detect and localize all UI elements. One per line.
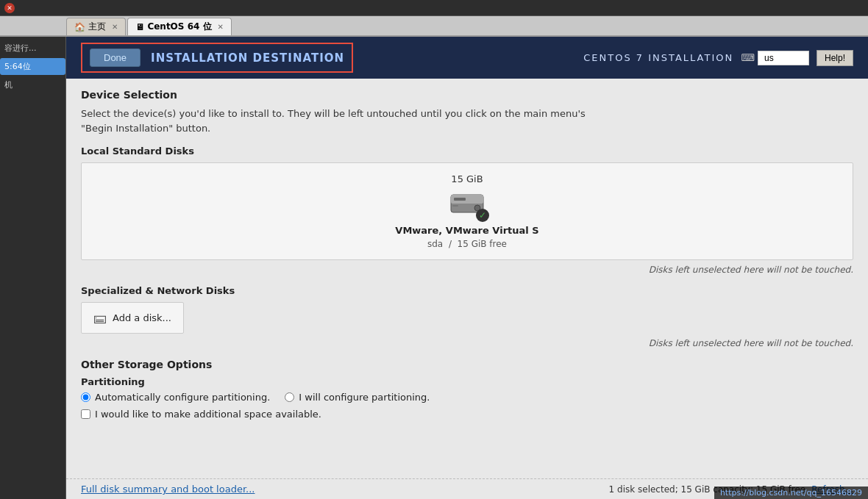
keyboard-input[interactable] xyxy=(758,51,809,65)
disk-size: 15 GiB xyxy=(451,173,483,184)
close-button[interactable]: ✕ xyxy=(4,3,15,13)
header-left: Done INSTALLATION DESTINATION xyxy=(81,43,353,73)
disk-name: VMware, VMware Virtual S xyxy=(395,225,538,236)
other-storage-title: Other Storage Options xyxy=(81,359,853,370)
sidebar-label-3: 机 xyxy=(4,80,13,90)
add-disk-icon: 🖴 xyxy=(93,310,107,326)
install-window: Done INSTALLATION DESTINATION CENTOS 7 I… xyxy=(66,37,868,499)
manual-partition-radio[interactable] xyxy=(285,392,294,402)
header-bar: Done INSTALLATION DESTINATION CENTOS 7 I… xyxy=(66,37,868,79)
tab-home[interactable]: 🏠 主页 ✕ xyxy=(66,18,126,35)
done-section-border: Done INSTALLATION DESTINATION xyxy=(81,43,353,73)
auto-partition-option[interactable]: Automatically configure partitioning. xyxy=(81,392,270,403)
hint-local: Disks left unselected here will not be t… xyxy=(81,265,853,275)
done-button[interactable]: Done xyxy=(90,49,140,67)
partitioning-label: Partitioning xyxy=(81,376,853,387)
disk-box[interactable]: 15 GiB ✓ VMware, VMware Virtual S xyxy=(81,162,853,260)
auto-partition-label: Automatically configure partitioning. xyxy=(95,392,270,403)
sidebar: 容进行... 5:64位 机 xyxy=(0,37,66,499)
add-disk-label: Add a disk... xyxy=(113,312,171,323)
device-selection-title: Device Selection xyxy=(81,89,853,101)
local-disks-label: Local Standard Disks xyxy=(81,146,853,157)
install-body: Device Selection Select the device(s) yo… xyxy=(66,79,868,478)
hint-specialized: Disks left unselected here will not be t… xyxy=(81,338,853,348)
svg-rect-2 xyxy=(454,198,466,201)
auto-partition-radio[interactable] xyxy=(81,392,90,402)
keyboard-icon: ⌨ xyxy=(741,52,755,63)
sidebar-item-1[interactable]: 容进行... xyxy=(0,40,65,57)
manual-partition-label: I will configure partitioning. xyxy=(299,392,430,403)
partitioning-row: Automatically configure partitioning. I … xyxy=(81,392,853,403)
url-bar: https://blog.csdn.net/qq_16546829 xyxy=(714,487,868,499)
desc-line1: Select the device(s) you'd like to insta… xyxy=(81,108,586,119)
svg-rect-4 xyxy=(452,205,458,207)
check-badge: ✓ xyxy=(476,209,489,222)
tab-centos[interactable]: 🖥 CentOS 64 位 ✕ xyxy=(127,18,232,35)
keyboard-wrapper: ⌨ xyxy=(741,51,809,65)
sidebar-label-1: 容进行... xyxy=(4,43,37,53)
full-disk-link[interactable]: Full disk summary and boot loader... xyxy=(81,484,255,495)
tab-centos-close[interactable]: ✕ xyxy=(218,23,224,31)
centos-tab-icon: 🖥 xyxy=(135,22,144,32)
disk-icon-wrapper: ✓ xyxy=(449,190,485,219)
home-icon: 🏠 xyxy=(74,22,85,32)
sidebar-item-2[interactable]: 5:64位 xyxy=(0,58,65,75)
device-selection-section: Device Selection Select the device(s) yo… xyxy=(81,89,853,348)
header-right: CENTOS 7 INSTALLATION ⌨ Help! xyxy=(583,50,853,66)
centos-title: CENTOS 7 INSTALLATION xyxy=(583,52,733,63)
manual-partition-option[interactable]: I will configure partitioning. xyxy=(285,392,430,403)
tab-home-label: 主页 xyxy=(88,21,106,33)
sidebar-label-2: 5:64位 xyxy=(4,62,31,71)
disk-info: sda / 15 GiB free xyxy=(427,239,507,249)
additional-space-label: I would like to make additional space av… xyxy=(95,409,321,420)
tab-centos-label: CentOS 64 位 xyxy=(147,21,211,33)
additional-space-option[interactable]: I would like to make additional space av… xyxy=(81,409,853,420)
description: Select the device(s) you'd like to insta… xyxy=(81,107,853,135)
help-button[interactable]: Help! xyxy=(817,50,853,66)
page-title: INSTALLATION DESTINATION xyxy=(151,51,344,65)
add-disk-box[interactable]: 🖴 Add a disk... xyxy=(81,302,184,334)
specialized-label: Specialized & Network Disks xyxy=(81,285,853,296)
desc-line2: "Begin Installation" button. xyxy=(81,123,210,134)
additional-space-checkbox[interactable] xyxy=(81,409,90,419)
sidebar-item-3[interactable]: 机 xyxy=(0,76,65,93)
tab-home-close[interactable]: ✕ xyxy=(112,23,118,31)
other-storage-section: Other Storage Options Partitioning Autom… xyxy=(81,359,853,420)
